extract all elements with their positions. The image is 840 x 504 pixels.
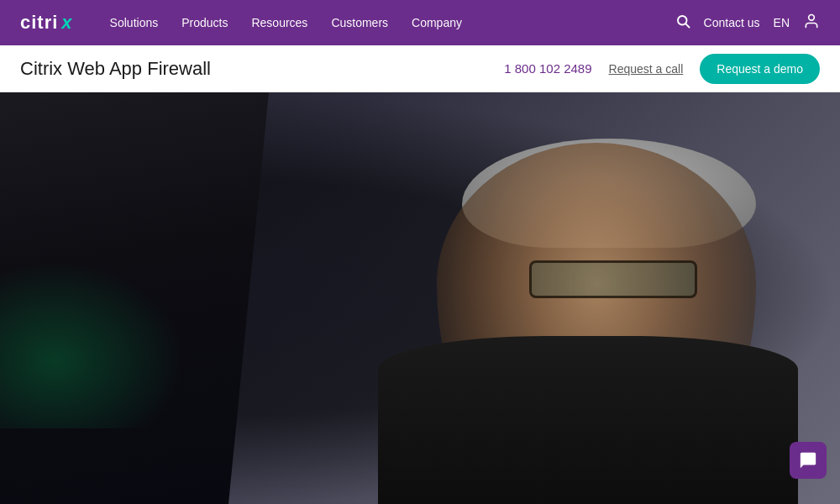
hero-person-shirt bbox=[378, 336, 798, 504]
sub-header-actions: 1 800 102 2489 Request a call Request a … bbox=[504, 54, 820, 84]
svg-line-1 bbox=[685, 24, 689, 27]
sub-header: Citrix Web App Firewall 1 800 102 2489 R… bbox=[0, 45, 840, 92]
phone-number[interactable]: 1 800 102 2489 bbox=[504, 61, 591, 76]
hero-person-glasses bbox=[529, 260, 697, 298]
logo-x: x bbox=[61, 12, 72, 34]
contact-us-link[interactable]: Contact us bbox=[704, 16, 760, 29]
top-navigation: citrix Solutions Products Resources Cust… bbox=[0, 0, 840, 45]
chat-button[interactable] bbox=[790, 442, 827, 479]
nav-right-actions: Contact us EN bbox=[675, 13, 820, 34]
nav-item-products[interactable]: Products bbox=[171, 11, 238, 34]
hero-monitor-glow bbox=[0, 260, 185, 428]
nav-item-solutions[interactable]: Solutions bbox=[100, 11, 169, 34]
nav-item-company[interactable]: Company bbox=[402, 11, 472, 34]
hero-section bbox=[0, 92, 840, 504]
language-selector[interactable]: EN bbox=[774, 16, 790, 29]
request-demo-button[interactable]: Request a demo bbox=[700, 54, 820, 84]
page-title: Citrix Web App Firewall bbox=[20, 58, 504, 80]
logo-text: citri bbox=[20, 12, 58, 34]
request-call-link[interactable]: Request a call bbox=[609, 62, 684, 76]
nav-item-customers[interactable]: Customers bbox=[321, 11, 398, 34]
site-logo[interactable]: citrix bbox=[20, 12, 73, 34]
nav-links-container: Solutions Products Resources Customers C… bbox=[100, 11, 675, 34]
nav-item-resources[interactable]: Resources bbox=[241, 11, 318, 34]
search-icon[interactable] bbox=[675, 13, 690, 33]
user-account-icon[interactable] bbox=[803, 13, 820, 34]
svg-point-2 bbox=[809, 14, 815, 20]
